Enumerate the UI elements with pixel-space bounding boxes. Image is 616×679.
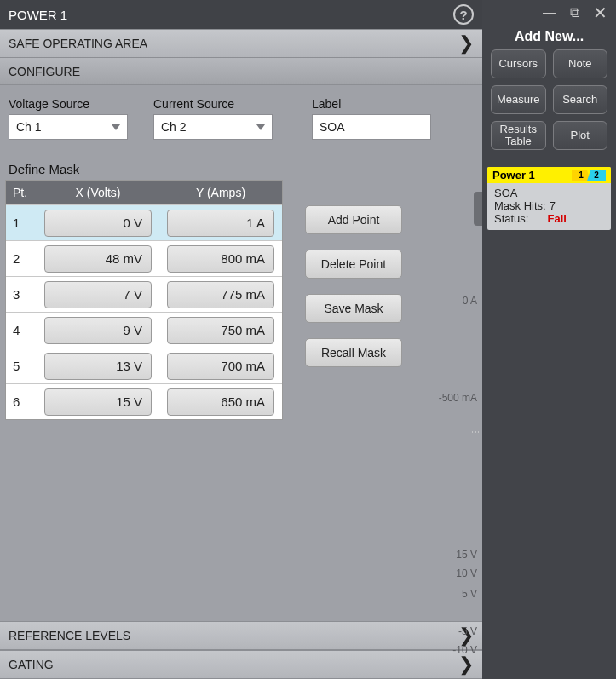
axis-label: -10 V [452, 644, 477, 656]
table-row[interactable]: 37 V775 mA [6, 276, 282, 312]
chevron-down-icon [256, 124, 265, 130]
current-source-select[interactable]: Ch 2 [153, 114, 273, 140]
resize-handle-icon[interactable]: ⋮ [471, 428, 481, 437]
row-index: 6 [6, 394, 37, 409]
channel-badges: 1 2 [572, 170, 606, 181]
row-index: 4 [6, 323, 37, 337]
axis-label: 5 V [462, 588, 477, 600]
side-title: Add New... [482, 26, 616, 49]
add-point-button[interactable]: Add Point [305, 205, 402, 234]
expand-tab[interactable] [474, 192, 482, 226]
chevron-down-icon [112, 124, 120, 130]
note-button[interactable]: Note [553, 49, 608, 78]
search-button[interactable]: Search [553, 85, 608, 114]
chevron-right-icon: ❯ [458, 653, 474, 676]
voltage-source-label: Voltage Source [9, 97, 128, 111]
mask-y-cell[interactable]: 775 mA [167, 281, 274, 308]
mask-x-cell[interactable]: 0 V [44, 210, 152, 237]
section-label: GATING [9, 658, 54, 671]
section-label: CONFIGURE [9, 65, 80, 78]
table-row[interactable]: 10 V1 A [6, 204, 282, 240]
section-gating[interactable]: GATING ❯ [0, 650, 482, 679]
mask-y-cell[interactable]: 750 mA [167, 317, 274, 344]
panel-header: POWER 1 ? [0, 0, 482, 29]
panel-title: POWER 1 [9, 8, 67, 22]
row-index: 5 [6, 359, 37, 373]
current-source-value: Ch 2 [161, 120, 187, 134]
label-input[interactable] [312, 114, 431, 140]
mask-x-cell[interactable]: 13 V [44, 353, 152, 380]
mask-y-cell[interactable]: 700 mA [167, 353, 274, 380]
help-icon[interactable]: ? [453, 4, 474, 25]
results-table-button[interactable]: Results Table [491, 121, 546, 150]
col-pt: Pt. [6, 186, 37, 199]
section-label: SAFE OPERATING AREA [9, 37, 147, 50]
section-reference-levels[interactable]: REFERENCE LEVELS ❯ [0, 621, 482, 650]
voltage-source-value: Ch 1 [16, 120, 42, 134]
maximize-icon[interactable]: ⧉ [570, 5, 579, 20]
measure-button[interactable]: Measure [491, 85, 546, 114]
close-icon[interactable]: ✕ [593, 3, 607, 23]
mask-y-cell[interactable]: 1 A [167, 210, 274, 237]
section-configure[interactable]: CONFIGURE [0, 58, 482, 85]
voltage-source-select[interactable]: Ch 1 [9, 114, 128, 140]
table-row[interactable]: 615 V650 mA [6, 383, 282, 419]
window-controls: ― ⧉ ✕ [482, 0, 616, 26]
axis-label: 10 V [456, 567, 477, 579]
mask-table-header: Pt. X (Volts) Y (Amps) [6, 181, 282, 204]
axis-label: -500 mA [439, 392, 477, 404]
section-safe-operating-area[interactable]: SAFE OPERATING AREA ❯ [0, 29, 482, 58]
mask-y-cell[interactable]: 650 mA [167, 388, 274, 416]
table-row[interactable]: 49 V750 mA [6, 312, 282, 348]
label-field-label: Label [312, 97, 431, 111]
channel-badge-2: 2 [587, 170, 606, 181]
mask-x-cell[interactable]: 7 V [44, 281, 152, 308]
table-row[interactable]: 248 mV800 mA [6, 240, 282, 276]
axis-label: 0 A [463, 295, 477, 307]
table-row[interactable]: 513 V700 mA [6, 348, 282, 383]
result-name: Power 1 [492, 169, 535, 181]
mask-x-cell[interactable]: 9 V [44, 317, 152, 344]
status-label: Status: [494, 212, 528, 225]
plot-button[interactable]: Plot [553, 121, 608, 150]
result-soa: SOA [494, 187, 517, 199]
mask-x-cell[interactable]: 48 mV [44, 245, 152, 273]
mask-table: Pt. X (Volts) Y (Amps) 10 V1 A248 mV800 … [5, 180, 283, 420]
cursors-button[interactable]: Cursors [491, 49, 546, 78]
col-x: X (Volts) [37, 186, 159, 199]
col-y: Y (Amps) [159, 186, 282, 199]
chevron-right-icon: ❯ [458, 32, 474, 55]
mask-x-cell[interactable]: 15 V [44, 388, 152, 416]
minimize-icon[interactable]: ― [543, 5, 556, 20]
axis-label: 15 V [456, 549, 477, 561]
delete-point-button[interactable]: Delete Point [305, 250, 402, 279]
row-index: 2 [6, 251, 37, 266]
mask-hits-value: 7 [550, 199, 556, 212]
define-mask-title: Define Mask [0, 143, 482, 180]
row-index: 1 [6, 216, 37, 230]
save-mask-button[interactable]: Save Mask [305, 294, 402, 323]
mask-hits-label: Mask Hits: [494, 199, 546, 212]
axis-label: -5 V [458, 625, 477, 637]
result-card[interactable]: Power 1 1 2 SOA Mask Hits: 7 Status: Fai… [487, 167, 611, 230]
section-label: REFERENCE LEVELS [9, 629, 130, 642]
row-index: 3 [6, 287, 37, 302]
status-value: Fail [547, 212, 566, 225]
result-card-header: Power 1 1 2 [487, 167, 611, 183]
current-source-label: Current Source [153, 97, 273, 111]
mask-y-cell[interactable]: 800 mA [167, 245, 274, 273]
recall-mask-button[interactable]: Recall Mask [305, 338, 402, 367]
